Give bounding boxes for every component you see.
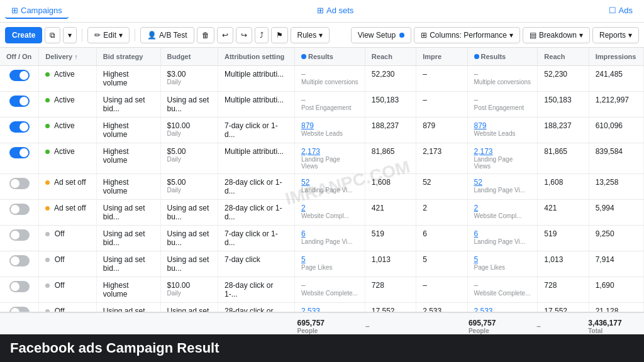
- table-row: Active Highest volume $10.00 Daily 7-day…: [0, 118, 644, 143]
- nav-tab-campaigns[interactable]: ⊞ Campaigns: [5, 3, 69, 19]
- cell-budget: $5.00 Daily: [160, 174, 218, 200]
- cell-results-2: 5 Page Likes: [467, 251, 538, 277]
- th-bid-strategy[interactable]: Bid strategy: [96, 48, 160, 66]
- toggle-switch[interactable]: [9, 178, 30, 189]
- cell-toggle[interactable]: [0, 251, 39, 277]
- cell-bid-strategy: Using ad set bid...: [96, 303, 160, 312]
- cell-reach-1: 81,865: [365, 143, 416, 174]
- cell-toggle[interactable]: [0, 226, 39, 251]
- cell-delivery: Off: [39, 251, 97, 277]
- cell-reach-2: 1,608: [538, 174, 589, 200]
- breakdown-button[interactable]: ▤ Breakdown ▾: [523, 27, 590, 43]
- reports-button[interactable]: Reports ▾: [592, 27, 639, 43]
- toggle-switch[interactable]: [9, 70, 30, 81]
- cell-toggle[interactable]: [0, 174, 39, 200]
- delivery-label: Off: [55, 307, 65, 312]
- th-impressions-2[interactable]: Impressions: [589, 48, 643, 66]
- data-table-wrapper: Off / On Delivery ↑ Bid strategy Budget …: [0, 48, 644, 312]
- status-dot: [45, 124, 50, 128]
- th-impressions-1[interactable]: Impre: [416, 48, 467, 66]
- nav-tab-ads[interactable]: ☐ Ads: [602, 3, 639, 19]
- results2-dot: [474, 54, 479, 59]
- cell-bid-strategy: Highest volume: [96, 143, 160, 174]
- cell-toggle[interactable]: [0, 66, 39, 92]
- cell-toggle[interactable]: [0, 200, 39, 226]
- toggle-switch[interactable]: [9, 307, 30, 312]
- toggle-switch[interactable]: [9, 121, 30, 133]
- chevron-down-button[interactable]: ▾: [63, 27, 77, 43]
- th-attribution[interactable]: Attribution setting: [218, 48, 295, 66]
- rules-button[interactable]: Rules ▾: [291, 27, 330, 43]
- results-sub: Multiple conversions: [301, 79, 358, 85]
- cell-toggle[interactable]: [0, 118, 39, 143]
- cell-results-2: 879 Website Leads: [467, 118, 538, 143]
- toggle-switch[interactable]: [9, 255, 30, 266]
- cell-impressions-2: 610,096: [589, 118, 643, 143]
- status-dot: [45, 206, 50, 211]
- results2-value[interactable]: 5: [474, 255, 531, 264]
- edit-button[interactable]: ✏ Edit ▾: [87, 27, 130, 43]
- results2-value[interactable]: 52: [474, 178, 531, 187]
- cell-reach-1: 728: [365, 277, 416, 303]
- results2-sub: Website Complete...: [474, 290, 531, 297]
- th-results-2[interactable]: Results: [467, 48, 538, 66]
- table-header: Off / On Delivery ↑ Bid strategy Budget …: [0, 48, 644, 66]
- results-value[interactable]: 52: [301, 178, 358, 187]
- th-reach-2[interactable]: Reach: [538, 48, 589, 66]
- status-dot: [45, 72, 50, 77]
- ads-icon: ☐: [609, 6, 616, 15]
- undo-button[interactable]: ↩: [217, 27, 233, 43]
- redo-button[interactable]: ↪: [236, 27, 252, 43]
- results2-value[interactable]: 2: [474, 204, 531, 212]
- th-reach-1[interactable]: Reach: [365, 48, 416, 66]
- ab-test-button[interactable]: 👤 A/B Test: [140, 27, 194, 43]
- cell-reach-1: 52,230: [365, 66, 416, 92]
- toggle-switch[interactable]: [9, 147, 30, 158]
- cell-results-1: – Multiple conversions: [295, 66, 365, 92]
- results2-value[interactable]: 879: [474, 121, 531, 130]
- toggle-switch[interactable]: [9, 229, 30, 241]
- table-row: Off Using ad set bid... Using ad set bu.…: [0, 303, 644, 312]
- budget-period: Daily: [167, 156, 212, 163]
- table-row: Ad set off Using ad set bid... Using ad …: [0, 200, 644, 226]
- nav-tab-adsets[interactable]: ⊞ Ad sets: [311, 3, 360, 19]
- cell-impressions-2: 1,212,997: [589, 92, 643, 118]
- th-delivery[interactable]: Delivery ↑: [39, 48, 97, 66]
- cell-bid-strategy: Highest volume: [96, 277, 160, 303]
- edit-icon: ✏: [94, 31, 101, 40]
- cell-toggle[interactable]: [0, 143, 39, 174]
- cell-attribution: 28-day click or 1-...: [218, 303, 295, 312]
- results2-value[interactable]: 2,533: [474, 307, 531, 312]
- results-value[interactable]: 879: [301, 121, 358, 130]
- results-value[interactable]: 5: [301, 255, 358, 264]
- view-setup-button[interactable]: View Setup: [351, 27, 412, 43]
- cell-reach-1: 17,552: [365, 303, 416, 312]
- share-button[interactable]: ⤴: [255, 27, 269, 43]
- create-button[interactable]: Create: [5, 27, 42, 43]
- results-value[interactable]: 2,533: [301, 307, 358, 312]
- cell-impressions-1: 879: [416, 118, 467, 143]
- cell-reach-1: 150,183: [365, 92, 416, 118]
- th-results-1[interactable]: Results: [295, 48, 365, 66]
- duplicate-button[interactable]: ⧉: [45, 27, 60, 43]
- results2-value[interactable]: 2,173: [474, 147, 531, 156]
- results-value[interactable]: 2,173: [301, 147, 358, 156]
- th-budget[interactable]: Budget: [160, 48, 218, 66]
- toggle-switch[interactable]: [9, 204, 30, 215]
- results-value[interactable]: 6: [301, 229, 358, 238]
- results-sub: Landing Page Vi...: [301, 238, 358, 245]
- cell-toggle[interactable]: [0, 303, 39, 312]
- cell-attribution: 7-day click or 1-d...: [218, 226, 295, 251]
- cell-toggle[interactable]: [0, 277, 39, 303]
- bookmark-button[interactable]: ⚑: [271, 27, 288, 43]
- delete-button[interactable]: 🗑: [197, 27, 214, 43]
- delivery-label: Off: [55, 281, 65, 290]
- cell-toggle[interactable]: [0, 92, 39, 118]
- columns-button[interactable]: ⊞ Columns: Performance ▾: [414, 27, 520, 43]
- toggle-switch[interactable]: [9, 96, 30, 107]
- toggle-switch[interactable]: [9, 281, 30, 292]
- results2-value[interactable]: 6: [474, 229, 531, 238]
- nav-tabs-left: ⊞ Campaigns: [5, 3, 69, 19]
- results-value[interactable]: 2: [301, 204, 358, 212]
- th-offon: Off / On: [0, 48, 39, 66]
